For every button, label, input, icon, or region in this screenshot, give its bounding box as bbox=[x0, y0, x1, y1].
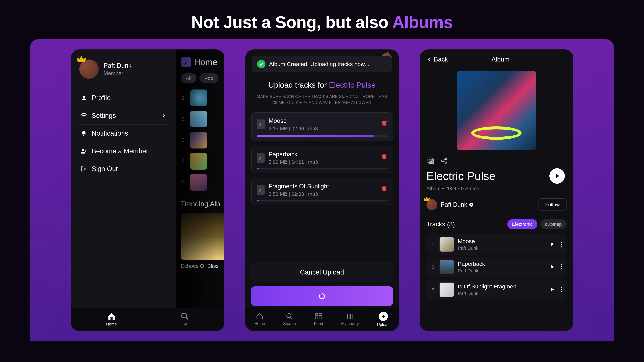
album-title: Electric Pulse bbox=[426, 169, 550, 183]
album-track-row[interactable]: 2 PaperbackPaft Dunk bbox=[426, 257, 566, 277]
track-name: Moose bbox=[269, 117, 318, 124]
toast: Album Created, Uploading tracks now... bbox=[252, 56, 392, 72]
svg-rect-6 bbox=[319, 314, 321, 316]
crown-icon bbox=[424, 197, 430, 202]
album-cover bbox=[457, 71, 536, 150]
menu-label: Settings bbox=[92, 112, 116, 119]
nav-label: MyLibrary bbox=[341, 321, 359, 326]
hero-title-accent: Albums bbox=[392, 13, 453, 31]
play-track-button[interactable] bbox=[550, 242, 555, 248]
file-music-icon bbox=[256, 119, 265, 129]
album-cover[interactable] bbox=[181, 213, 224, 260]
track-artist: Paft Dunk bbox=[458, 291, 516, 296]
tag-electronic[interactable]: Electronic bbox=[507, 219, 537, 229]
svg-point-3 bbox=[182, 313, 187, 318]
nav-search[interactable]: Se bbox=[180, 312, 189, 327]
nav-label: Upload bbox=[377, 322, 390, 327]
menu-become-member[interactable]: Become a Member bbox=[78, 142, 169, 160]
chevron-right-icon bbox=[162, 112, 166, 119]
user-icon bbox=[81, 95, 87, 101]
menu-label: Notifications bbox=[92, 130, 128, 137]
progress-fill bbox=[256, 200, 259, 201]
track-number: 3 bbox=[430, 287, 436, 293]
more-vertical-icon bbox=[561, 264, 562, 270]
delete-track-button[interactable] bbox=[381, 119, 388, 127]
track-row[interactable]: 2 bbox=[181, 111, 224, 127]
track-more-button[interactable] bbox=[561, 241, 562, 248]
track-name: Paperback bbox=[458, 261, 485, 267]
menu-notifications[interactable]: Notifications bbox=[78, 124, 169, 142]
track-row[interactable]: 3 bbox=[181, 132, 224, 148]
back-label: Back bbox=[434, 56, 448, 63]
add-to-library-button[interactable] bbox=[426, 157, 435, 165]
user-name: Paft Dunk bbox=[104, 62, 132, 69]
crown-icon bbox=[77, 56, 86, 63]
menu-signout[interactable]: Sign Out bbox=[78, 160, 169, 178]
svg-rect-7 bbox=[316, 317, 318, 319]
track-name: ts Of Sunlight Fragmen bbox=[458, 283, 516, 290]
svg-point-0 bbox=[83, 96, 85, 98]
artist-avatar[interactable] bbox=[426, 199, 438, 210]
nav-home[interactable]: Home bbox=[106, 312, 117, 327]
upload-track-card: Paperback 5.99 MB | 04:21 | mp3 bbox=[251, 146, 393, 173]
more-vertical-icon bbox=[561, 241, 562, 247]
track-art bbox=[190, 132, 207, 148]
album-track-row[interactable]: 1 MoosePaft Dunk bbox=[426, 234, 566, 255]
track-meta: 5.99 MB | 04:21 | mp3 bbox=[269, 159, 318, 165]
plus-icon: + bbox=[379, 312, 388, 321]
follow-button[interactable]: Follow bbox=[538, 198, 566, 211]
nav-home[interactable]: Home bbox=[254, 313, 265, 326]
signout-icon bbox=[81, 166, 87, 172]
upload-track-card: Moose 2.15 MB | 02:40 | mp3 bbox=[251, 112, 393, 141]
album-track-row[interactable]: 3 ts Of Sunlight FragmenPaft Dunk bbox=[426, 280, 566, 300]
track-name: Fragments Of Sunlight bbox=[269, 183, 329, 190]
play-album-button[interactable] bbox=[550, 168, 565, 184]
play-track-button[interactable] bbox=[550, 264, 555, 270]
nav-upload[interactable]: +Upload bbox=[377, 312, 390, 327]
nav-feed[interactable]: Feed bbox=[314, 313, 323, 326]
track-row[interactable]: 4 bbox=[181, 153, 224, 170]
chip-all[interactable]: All bbox=[181, 73, 196, 83]
nav-search[interactable]: Search bbox=[283, 313, 296, 326]
track-art bbox=[190, 89, 207, 106]
play-icon bbox=[554, 173, 560, 179]
nav-library[interactable]: MyLibrary bbox=[341, 313, 359, 326]
library-icon bbox=[346, 313, 354, 320]
svg-point-16 bbox=[561, 244, 562, 245]
nav-label: Search bbox=[283, 321, 296, 326]
menu-profile[interactable]: Profile bbox=[78, 89, 169, 107]
track-row[interactable]: 1 bbox=[181, 89, 224, 106]
album-meta: Album • 2024 • 0 Saves bbox=[420, 184, 573, 193]
track-art bbox=[190, 174, 207, 191]
track-more-button[interactable] bbox=[561, 286, 562, 293]
track-name: Paperback bbox=[269, 151, 318, 158]
chip-pop[interactable]: Pop bbox=[200, 73, 218, 83]
verified-icon bbox=[469, 202, 474, 207]
upload-track-card: Fragments Of Sunlight 3.53 MB | 02:33 | … bbox=[251, 178, 393, 205]
play-icon bbox=[550, 242, 555, 247]
artist-name[interactable]: Paft Dunk bbox=[441, 201, 474, 208]
delete-track-button[interactable] bbox=[381, 153, 388, 161]
nav-label: Home bbox=[106, 322, 117, 327]
track-row[interactable]: 5 bbox=[181, 174, 224, 191]
check-icon bbox=[257, 60, 266, 68]
cancel-upload-button[interactable]: Cancel Upload bbox=[251, 262, 393, 282]
delete-track-button[interactable] bbox=[381, 185, 388, 193]
menu-label: Become a Member bbox=[92, 147, 148, 155]
home-title: Home bbox=[194, 57, 218, 67]
svg-point-18 bbox=[561, 264, 562, 265]
more-vertical-icon bbox=[561, 286, 562, 293]
share-button[interactable] bbox=[440, 157, 448, 165]
back-button[interactable]: Back bbox=[426, 56, 448, 63]
menu-settings[interactable]: Settings bbox=[78, 107, 169, 124]
share-icon bbox=[440, 157, 448, 164]
track-meta: 3.53 MB | 02:33 | mp3 bbox=[269, 191, 329, 197]
menu-label: Profile bbox=[92, 94, 111, 102]
track-more-button[interactable] bbox=[561, 264, 562, 271]
showcase-panel: ♪ Home All Pop 1 2 3 4 5 Trending Alb Ec… bbox=[30, 39, 614, 341]
gear-icon bbox=[81, 112, 87, 119]
svg-point-19 bbox=[561, 266, 562, 267]
play-track-button[interactable] bbox=[550, 287, 555, 293]
submit-upload-button[interactable] bbox=[251, 286, 393, 306]
tag-dubstep[interactable]: dubstep bbox=[540, 219, 566, 229]
